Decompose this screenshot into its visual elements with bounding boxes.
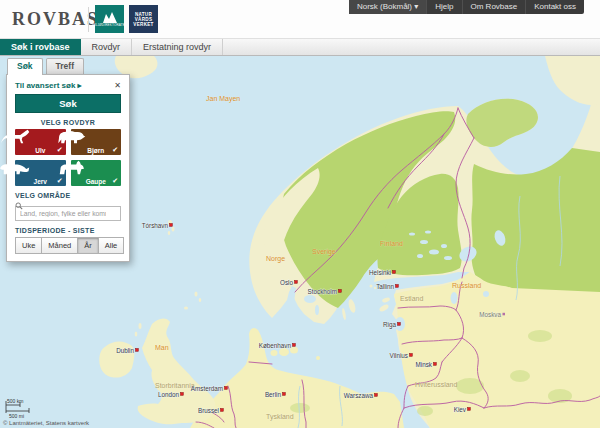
topbar-menu-hjelp[interactable]: Hjelp: [426, 0, 461, 14]
map-attribution: © Lantmäteriet, Statens kartverk: [3, 420, 90, 426]
city-dot-k-benhavn: [293, 344, 296, 347]
search-panel: SøkTreff Til avansert søk ▸ ✕ Søk VELG R…: [6, 58, 130, 262]
panel-tabs: SøkTreff: [7, 58, 130, 74]
city-dot-vilnius: [410, 354, 413, 357]
city-label-k-benhavn: København: [259, 342, 292, 349]
tidsperiode-heading: TIDSPERIODE - SISTE: [15, 227, 121, 234]
city-label-moskva: Moskva: [479, 311, 501, 318]
scale-mi-label: 500 mi: [9, 413, 24, 419]
main-nav: Søk i rovbaseRovdyrErstatning rovdyr: [0, 38, 600, 56]
scale-km-label: 500 km: [7, 398, 23, 404]
check-icon: ✔: [57, 177, 63, 185]
city-dot-london: [181, 393, 184, 396]
city-label-london: London: [158, 391, 180, 398]
city-label-stockholm: Stockholm: [308, 288, 337, 295]
city-label-oslo: Oslo: [280, 279, 293, 286]
city-label-helsinki: Helsinki: [369, 269, 391, 276]
check-icon: ✔: [112, 146, 118, 154]
city-dot-amsterdam: [225, 387, 228, 390]
wolf-icon: [0, 129, 31, 144]
city-label-t-rshavn: Tórshavn: [142, 222, 169, 229]
city-label-kiev: Kiev: [454, 406, 467, 413]
city-label-berlin: Berlin: [265, 391, 282, 398]
city-dot-moskva: [503, 313, 506, 316]
velg-rovdyr-heading: VELG ROVDYR: [15, 119, 121, 126]
nav-tab-rovdyr[interactable]: Rovdyr: [81, 39, 133, 55]
city-label-vilnius: Vilnius: [390, 352, 408, 359]
naturvardsverket-logo: NATUR VÅRDS VERKET: [129, 5, 158, 33]
country-label-sverige: Sverige: [312, 248, 336, 256]
panel-tab-treff[interactable]: Treff: [46, 58, 84, 74]
city-label-dublin: Dublin: [116, 347, 134, 354]
city-dot-dublin: [136, 349, 139, 352]
header-divider: [88, 7, 89, 32]
topbar-menu-om-rovbase[interactable]: Om Rovbase: [462, 0, 526, 14]
logo1-text: MILJØDIREKTORATET: [92, 24, 127, 27]
rovbase-app: ROVBASE MILJØDIREKTORATET NATUR VÅRDS VE…: [0, 0, 600, 428]
close-icon[interactable]: ✕: [114, 82, 121, 90]
city-label-brussel: Brussel: [198, 407, 219, 414]
city-dot-helsinki: [393, 271, 396, 274]
miljodirektoratet-logo: MILJØDIREKTORATET: [95, 5, 124, 33]
city-dot-warszawa: [375, 394, 378, 397]
animal-button-gaupe[interactable]: Gaupe✔: [71, 160, 122, 186]
velg-omrade-heading: VELG OMRÅDE: [15, 192, 121, 199]
panel-body: Til avansert søk ▸ ✕ Søk VELG ROVDYR Ulv…: [6, 74, 130, 262]
period-options: UkeMånedÅrAlle: [15, 237, 121, 254]
city-dot-riga: [398, 323, 401, 326]
animal-grid: Ulv✔Bjørn✔Jerv✔Gaupe✔: [15, 129, 121, 186]
panel-tab-s-k[interactable]: Søk: [7, 58, 43, 75]
animal-button-bj-rn[interactable]: Bjørn✔: [71, 129, 122, 155]
city-dot-tallinn: [396, 285, 399, 288]
country-label-tyskland: Tyskland: [266, 413, 294, 421]
city-label-minsk: Minsk: [416, 361, 433, 368]
topbar-menu: Norsk (Bokmål) ▾HjelpOm RovbaseKontakt o…: [349, 0, 584, 14]
city-dot-brussel: [221, 409, 224, 412]
city-dot-berlin: [283, 393, 286, 396]
city-label-tallinn: Tallinn: [376, 283, 394, 290]
country-label-man: Man: [155, 344, 169, 351]
country-label-norge: Norge: [266, 255, 285, 263]
nav-tab-s-k-i-rovbase[interactable]: Søk i rovbase: [0, 39, 81, 55]
city-dot-minsk: [434, 363, 437, 366]
country-label-russland: Russland: [452, 282, 481, 289]
period-button-m-ned[interactable]: Måned: [41, 237, 78, 254]
city-dot-kiev: [468, 408, 471, 411]
mountain-icon: [103, 12, 117, 23]
country-label-storbritannia: Storbritannia: [155, 382, 195, 389]
country-label-finland: Finland: [380, 240, 403, 247]
period-button-r[interactable]: År: [77, 237, 99, 254]
advanced-search-link[interactable]: Til avansert søk ▸: [15, 81, 82, 90]
check-icon: ✔: [112, 177, 118, 185]
country-label-jan-mayen: Jan Mayen: [206, 95, 240, 103]
nav-tab-erstatning-rovdyr[interactable]: Erstatning rovdyr: [132, 39, 223, 55]
wolverine-icon: [0, 160, 31, 175]
topbar-menu-norsk-bokm-l[interactable]: Norsk (Bokmål) ▾: [349, 0, 426, 14]
search-button[interactable]: Søk: [15, 94, 121, 113]
arrow-right-icon: ▸: [78, 81, 82, 90]
search-icon: [15, 202, 23, 210]
area-input[interactable]: [15, 206, 121, 221]
map-container[interactable]: Jan MayenNorgeSverigeFinlandEstlandRussl…: [0, 56, 600, 428]
country-label-hviterussland: Hviterussland: [415, 381, 458, 388]
period-button-alle[interactable]: Alle: [98, 237, 125, 254]
city-dot-stockholm: [339, 290, 342, 293]
city-label-riga: Riga: [383, 321, 396, 329]
bear-icon: [55, 129, 87, 144]
city-label-warszawa: Warszawa: [344, 392, 374, 399]
city-label-amsterdam: Amsterdam: [191, 385, 223, 392]
city-dot-t-rshavn: [170, 224, 173, 227]
topbar-menu-kontakt-oss[interactable]: Kontakt oss: [525, 0, 584, 14]
search-icon: [7, 75, 16, 84]
period-button-uke[interactable]: Uke: [15, 237, 42, 254]
country-label-estland: Estland: [400, 295, 423, 302]
lynx-icon: [55, 160, 87, 175]
city-dot-oslo: [295, 281, 298, 284]
map-scale-bar: 500 km 500 mi: [6, 398, 29, 419]
check-icon: ✔: [57, 146, 63, 154]
app-header: ROVBASE MILJØDIREKTORATET NATUR VÅRDS VE…: [0, 0, 600, 38]
